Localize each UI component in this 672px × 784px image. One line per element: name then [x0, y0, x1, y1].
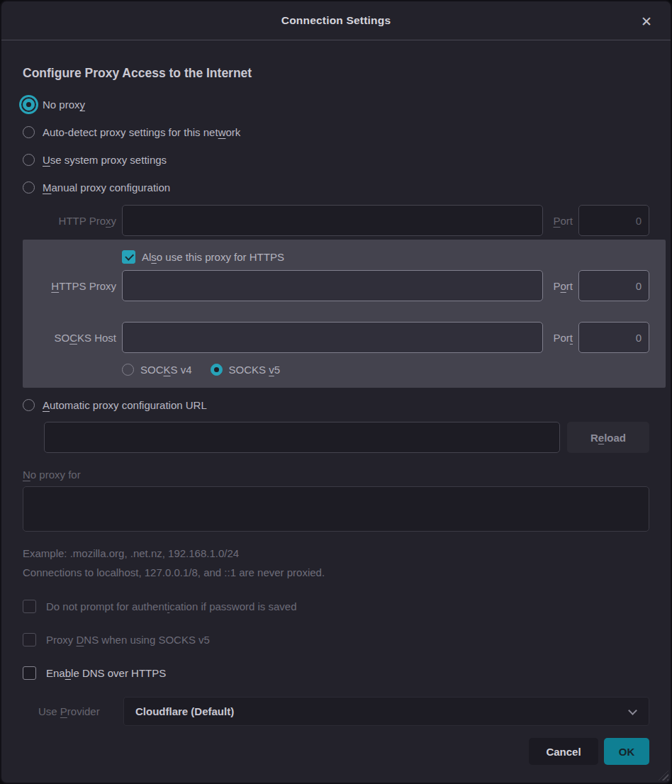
radio-system-proxy[interactable]: Use system proxy settings	[23, 146, 649, 174]
page-title: Configure Proxy Access to the Internet	[23, 66, 649, 81]
radio-no-proxy[interactable]: No proxy	[23, 91, 649, 118]
provider-selected-value: Cloudflare (Default)	[135, 705, 234, 717]
checkbox-icon	[23, 633, 36, 646]
highlighted-section: Also use this proxy for HTTPS HTTPS Prox…	[23, 240, 666, 388]
ok-button[interactable]: OK	[604, 738, 649, 765]
radio-auto-url[interactable]: Automatic proxy configuration URL	[23, 393, 649, 416]
https-proxy-label: HTTPS Proxy	[23, 280, 116, 292]
socks-version-row: SOCKS v4 SOCKS v5	[23, 359, 649, 379]
radio-auto-url-label: Automatic proxy configuration URL	[43, 399, 207, 411]
example-text: Example: .mozilla.org, .net.nz, 192.168.…	[23, 547, 649, 559]
proxy-dns-checkbox[interactable]: Proxy DNS when using SOCKS v5	[23, 630, 649, 649]
radio-socks-v5-label: SOCKS v5	[229, 364, 281, 376]
radio-icon	[23, 126, 35, 138]
socks-port-input[interactable]	[578, 322, 649, 353]
checkbox-icon	[23, 600, 36, 613]
also-https-row: Also use this proxy for HTTPS	[23, 246, 649, 267]
close-icon[interactable]: ✕	[637, 11, 656, 31]
connection-settings-dialog: Connection Settings ✕ Configure Proxy Ac…	[0, 0, 672, 784]
radio-selected-icon	[211, 364, 223, 376]
options-checkbox-group: Do not prompt for authentication if pass…	[23, 597, 649, 682]
radio-manual-proxy[interactable]: Manual proxy configuration	[23, 174, 649, 201]
radio-system-proxy-label: Use system proxy settings	[43, 154, 167, 166]
checkbox-checked-icon	[122, 250, 135, 264]
no-prompt-auth-label: Do not prompt for authentication if pass…	[46, 600, 297, 612]
radio-socks-v4[interactable]: SOCKS v4	[122, 359, 192, 379]
http-proxy-label: HTTP Proxy	[23, 215, 116, 227]
doh-label: Enable DNS over HTTPS	[46, 667, 166, 679]
dialog-footer: Cancel OK	[23, 738, 649, 765]
radio-manual-proxy-label: Manual proxy configuration	[43, 181, 170, 194]
dialog-content: Configure Proxy Access to the Internet N…	[1, 66, 671, 765]
provider-label: Use Provider	[38, 705, 123, 717]
radio-auto-detect-label: Auto-detect proxy settings for this netw…	[43, 126, 240, 138]
radio-auto-detect[interactable]: Auto-detect proxy settings for this netw…	[23, 118, 649, 146]
spacer	[23, 301, 649, 322]
localhost-note-text: Connections to localhost, 127.0.0.1/8, a…	[23, 566, 649, 578]
no-prompt-auth-checkbox[interactable]: Do not prompt for authentication if pass…	[23, 597, 649, 615]
no-proxy-for-textarea[interactable]	[23, 486, 649, 532]
socks-host-label: SOCKS Host	[23, 332, 116, 344]
radio-icon	[122, 364, 134, 376]
socks-port-label: Port	[549, 332, 573, 344]
radio-icon	[23, 181, 35, 194]
radio-socks-v5[interactable]: SOCKS v5	[211, 359, 281, 379]
provider-select[interactable]: Cloudflare (Default)	[123, 697, 649, 726]
auto-url-row: Reload	[44, 422, 649, 453]
http-port-input[interactable]	[578, 205, 649, 236]
auto-url-input[interactable]	[44, 422, 560, 453]
doh-checkbox[interactable]: Enable DNS over HTTPS	[23, 663, 649, 682]
chevron-down-icon	[628, 706, 637, 715]
radio-icon	[23, 154, 35, 166]
no-proxy-for-label: No proxy for	[23, 469, 649, 481]
https-proxy-row: HTTPS Proxy Port	[23, 270, 649, 301]
checkbox-icon	[23, 666, 36, 680]
radio-selected-icon	[23, 99, 35, 111]
radio-icon	[23, 399, 35, 411]
resize-grip[interactable]	[659, 771, 668, 780]
cancel-button[interactable]: Cancel	[529, 738, 598, 765]
dialog-title: Connection Settings	[281, 14, 391, 27]
socks-host-row: SOCKS Host Port	[23, 322, 649, 353]
also-https-checkbox[interactable]: Also use this proxy for HTTPS	[122, 250, 649, 264]
proxy-dns-label: Proxy DNS when using SOCKS v5	[46, 634, 210, 646]
https-proxy-input[interactable]	[122, 270, 543, 301]
provider-row: Use Provider Cloudflare (Default)	[38, 697, 649, 726]
reload-button[interactable]: Reload	[567, 422, 649, 453]
http-port-label: Port	[549, 215, 573, 227]
http-proxy-row: HTTP Proxy Port	[23, 205, 649, 236]
https-port-label: Port	[549, 280, 573, 292]
http-proxy-input[interactable]	[122, 205, 543, 236]
also-https-label: Also use this proxy for HTTPS	[142, 251, 284, 263]
dialog-titlebar: Connection Settings ✕	[1, 1, 671, 40]
radio-socks-v4-label: SOCKS v4	[140, 364, 192, 376]
https-port-input[interactable]	[578, 270, 649, 301]
socks-host-input[interactable]	[122, 322, 543, 353]
radio-no-proxy-label: No proxy	[43, 99, 85, 111]
